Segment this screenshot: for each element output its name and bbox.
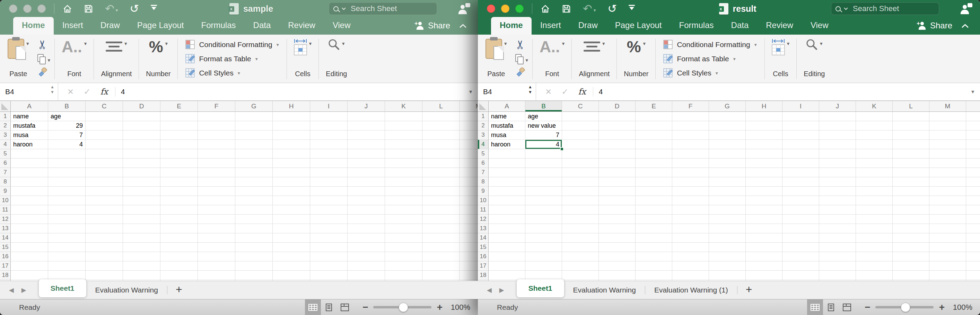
cell-d5[interactable]: [599, 149, 636, 158]
column-header-j[interactable]: J: [348, 101, 385, 112]
cell-a17[interactable]: [11, 261, 48, 271]
cell-h18[interactable]: [746, 271, 783, 280]
row-header-4[interactable]: 4: [478, 140, 488, 149]
cell-k17[interactable]: [385, 261, 422, 271]
cell-f12[interactable]: [198, 215, 235, 224]
cell-b18[interactable]: [525, 271, 562, 280]
paste-button[interactable]: ▾: [8, 39, 29, 59]
cell-l9[interactable]: [422, 187, 460, 196]
cells-dropdown-icon[interactable]: ▾: [309, 39, 312, 46]
cell-j8[interactable]: [819, 177, 856, 187]
copy-dropdown-icon[interactable]: ▾: [526, 55, 528, 63]
minimize-button[interactable]: [501, 5, 509, 13]
cell-i15[interactable]: [310, 243, 348, 252]
cell-d13[interactable]: [123, 224, 161, 233]
ribbon-tab-home[interactable]: Home: [491, 17, 531, 35]
cell-l6[interactable]: [892, 158, 929, 168]
conditional-formatting-button[interactable]: Conditional Formatting ▾: [185, 40, 278, 49]
cell-h5[interactable]: [746, 149, 783, 158]
cell-h12[interactable]: [746, 215, 783, 224]
cell-c16[interactable]: [86, 252, 123, 261]
cell-i5[interactable]: [783, 149, 819, 158]
alignment-button[interactable]: ▾: [584, 39, 605, 52]
cell-m15[interactable]: [929, 243, 966, 252]
cell-b11[interactable]: [525, 205, 562, 215]
cell-f15[interactable]: [198, 243, 235, 252]
cell-a10[interactable]: [11, 196, 48, 205]
name-box[interactable]: B4 ▲▼: [0, 83, 58, 100]
cell-i10[interactable]: [783, 196, 819, 205]
cell-b8[interactable]: [48, 177, 86, 187]
cell-f11[interactable]: [198, 205, 235, 215]
collaborate-button[interactable]: [458, 3, 470, 14]
cell-k2[interactable]: [385, 121, 422, 130]
format-painter-button[interactable]: [37, 68, 51, 78]
sheet-prev-button[interactable]: ◀: [487, 286, 492, 294]
cell-f5[interactable]: [672, 149, 709, 158]
alignment-dropdown-icon[interactable]: ▾: [124, 39, 127, 46]
cell-a12[interactable]: [11, 215, 48, 224]
sheet-tab-evaluation-warning[interactable]: Evaluation Warning: [564, 281, 645, 299]
cell-e7[interactable]: [636, 168, 672, 177]
cell-j5[interactable]: [348, 149, 385, 158]
alignment-button[interactable]: ▾: [106, 39, 127, 52]
cell-f14[interactable]: [198, 233, 235, 243]
cell-b16[interactable]: [525, 252, 562, 261]
row-header-14[interactable]: 14: [478, 233, 488, 243]
cell-h18[interactable]: [273, 271, 310, 280]
cell-g1[interactable]: [709, 112, 746, 121]
cell-d2[interactable]: [599, 121, 636, 130]
cell-c4[interactable]: [86, 140, 123, 149]
cell-a3[interactable]: musa: [11, 130, 48, 140]
cell-a1[interactable]: name: [11, 112, 48, 121]
cell-j10[interactable]: [819, 196, 856, 205]
cell-j9[interactable]: [819, 187, 856, 196]
cell-m9[interactable]: [929, 187, 966, 196]
cell-b1[interactable]: age: [48, 112, 86, 121]
cell-j13[interactable]: [819, 224, 856, 233]
cell-f6[interactable]: [198, 158, 235, 168]
column-header-h[interactable]: H: [746, 101, 783, 112]
cell-j4[interactable]: [348, 140, 385, 149]
cell-f17[interactable]: [672, 261, 709, 271]
copy-button[interactable]: ▾: [515, 54, 528, 64]
cell-b1[interactable]: age: [525, 112, 562, 121]
cell-c17[interactable]: [86, 261, 123, 271]
conditional-formatting-dropdown-icon[interactable]: ▾: [277, 42, 279, 47]
column-header-d[interactable]: D: [599, 101, 636, 112]
conditional-formatting-dropdown-icon[interactable]: ▾: [754, 42, 757, 47]
cell-l5[interactable]: [892, 149, 929, 158]
cell-k10[interactable]: [856, 196, 892, 205]
cell-m16[interactable]: [929, 252, 966, 261]
cell-g9[interactable]: [235, 187, 273, 196]
cell-j17[interactable]: [348, 261, 385, 271]
cell-f2[interactable]: [672, 121, 709, 130]
cell-styles-button[interactable]: Cell Styles ▾: [185, 68, 278, 78]
cell-b9[interactable]: [525, 187, 562, 196]
cell-c14[interactable]: [86, 233, 123, 243]
cell-a9[interactable]: [11, 187, 48, 196]
editing-button[interactable]: ▾: [806, 39, 822, 51]
cell-m7[interactable]: [929, 168, 966, 177]
cell-l2[interactable]: [422, 121, 460, 130]
row-header-1[interactable]: 1: [0, 112, 11, 121]
cell-m1[interactable]: [460, 112, 478, 121]
cell-b3[interactable]: 7: [48, 130, 86, 140]
search-dropdown-icon[interactable]: [342, 7, 346, 10]
cell-l12[interactable]: [422, 215, 460, 224]
cell-j8[interactable]: [348, 177, 385, 187]
cell-a6[interactable]: [488, 158, 525, 168]
editing-dropdown-icon[interactable]: ▾: [342, 39, 345, 46]
cell-h13[interactable]: [746, 224, 783, 233]
row-header-2[interactable]: 2: [478, 121, 488, 130]
cell-g8[interactable]: [709, 177, 746, 187]
ribbon-tab-review[interactable]: Review: [757, 17, 802, 35]
cell-a8[interactable]: [488, 177, 525, 187]
cell-i8[interactable]: [310, 177, 348, 187]
cell-m14[interactable]: [929, 233, 966, 243]
cell-a4[interactable]: haroon: [488, 140, 525, 149]
row-header-11[interactable]: 11: [478, 205, 488, 215]
cell-b10[interactable]: [48, 196, 86, 205]
cell-b2[interactable]: 29: [48, 121, 86, 130]
cell-g6[interactable]: [709, 158, 746, 168]
